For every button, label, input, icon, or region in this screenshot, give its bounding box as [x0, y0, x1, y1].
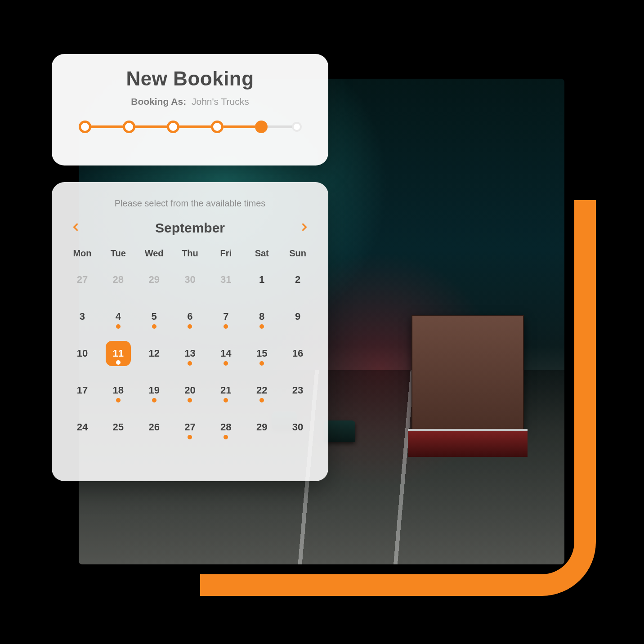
- step-dot-5-current[interactable]: [255, 121, 268, 133]
- calendar-day[interactable]: 30: [280, 413, 316, 441]
- availability-dot-icon: [224, 435, 228, 439]
- availability-dot-icon: [188, 324, 192, 329]
- calendar-day-other-month[interactable]: 28: [100, 266, 136, 294]
- step-segment: [91, 125, 123, 128]
- calendar-month-label: September: [155, 220, 225, 236]
- calendar-day[interactable]: 29: [244, 413, 280, 441]
- calendar-day[interactable]: 2: [280, 266, 316, 294]
- chevron-left-icon: [71, 222, 80, 234]
- car-silhouette: [324, 420, 355, 442]
- calendar-day-other-month[interactable]: 31: [208, 266, 244, 294]
- calendar-day[interactable]: 27: [172, 413, 208, 441]
- booking-as-label: Booking As:: [131, 96, 186, 107]
- step-dot-4[interactable]: [211, 121, 224, 133]
- step-segment: [224, 125, 255, 128]
- calendar-day[interactable]: 22: [244, 376, 280, 404]
- weekday-header: Fri: [208, 244, 244, 266]
- step-dot-2[interactable]: [123, 121, 135, 133]
- calendar-month-nav: September: [68, 220, 312, 236]
- weekday-header: Thu: [172, 244, 208, 266]
- availability-dot-icon: [152, 324, 157, 329]
- calendar-day[interactable]: 25: [100, 413, 136, 441]
- calendar-day[interactable]: 8: [244, 303, 280, 331]
- availability-dot-icon: [188, 398, 192, 402]
- calendar-day[interactable]: 20: [172, 376, 208, 404]
- calendar-day[interactable]: 6: [172, 303, 208, 331]
- weekday-header: Sun: [280, 244, 316, 266]
- calendar-day[interactable]: 14: [208, 340, 244, 367]
- calendar-card: Please select from the available times S…: [52, 182, 328, 481]
- availability-dot-icon: [188, 361, 192, 366]
- calendar-day[interactable]: 1: [244, 266, 280, 294]
- step-segment: [135, 125, 167, 128]
- calendar-hint: Please select from the available times: [64, 198, 316, 209]
- calendar-day[interactable]: 7: [208, 303, 244, 331]
- availability-dot-icon: [116, 360, 121, 365]
- calendar-day-other-month[interactable]: 29: [136, 266, 172, 294]
- weekday-header: Wed: [136, 244, 172, 266]
- calendar-day[interactable]: 15: [244, 340, 280, 367]
- booking-title: New Booking: [70, 67, 310, 90]
- calendar-day[interactable]: 17: [64, 376, 100, 404]
- calendar-day[interactable]: 23: [280, 376, 316, 404]
- step-segment-future: [268, 125, 292, 128]
- calendar-day[interactable]: 26: [136, 413, 172, 441]
- calendar-day[interactable]: 4: [100, 303, 136, 331]
- truck-silhouette: [411, 315, 524, 432]
- weekday-header: Mon: [64, 244, 100, 266]
- calendar-day[interactable]: 28: [208, 413, 244, 441]
- availability-dot-icon: [259, 398, 264, 402]
- booking-as-line: Booking As: John's Trucks: [70, 96, 310, 107]
- calendar-day[interactable]: 5: [136, 303, 172, 331]
- calendar-day[interactable]: 21: [208, 376, 244, 404]
- availability-dot-icon: [224, 398, 228, 402]
- availability-dot-icon: [188, 435, 192, 439]
- calendar-day[interactable]: 12: [136, 340, 172, 367]
- weekday-header-row: Mon Tue Wed Thu Fri Sat Sun: [64, 244, 316, 266]
- booking-as-value: John's Trucks: [192, 96, 249, 107]
- calendar-day[interactable]: 19: [136, 376, 172, 404]
- calendar-day-other-month[interactable]: 30: [172, 266, 208, 294]
- availability-dot-icon: [259, 324, 264, 329]
- prev-month-button[interactable]: [68, 220, 83, 236]
- availability-dot-icon: [152, 398, 157, 402]
- availability-dot-icon: [224, 324, 228, 329]
- availability-dot-icon: [224, 361, 228, 366]
- calendar-day[interactable]: 10: [64, 340, 100, 367]
- next-month-button[interactable]: [297, 220, 312, 236]
- weekday-header: Tue: [100, 244, 136, 266]
- availability-dot-icon: [116, 324, 121, 329]
- weekday-header: Sat: [244, 244, 280, 266]
- availability-dot-icon: [259, 361, 264, 366]
- calendar-day[interactable]: 3: [64, 303, 100, 331]
- calendar-grid: 2728293031123456789101112131415161718192…: [64, 266, 316, 441]
- calendar-day[interactable]: 24: [64, 413, 100, 441]
- step-dot-1[interactable]: [79, 121, 91, 133]
- step-segment: [179, 125, 211, 128]
- availability-dot-icon: [116, 398, 121, 402]
- booking-header-card: New Booking Booking As: John's Trucks: [52, 54, 328, 165]
- step-dot-6[interactable]: [292, 122, 302, 132]
- calendar-day[interactable]: 9: [280, 303, 316, 331]
- step-dot-3[interactable]: [167, 121, 179, 133]
- calendar-day-selected[interactable]: 11: [106, 341, 131, 366]
- calendar-day[interactable]: 16: [280, 340, 316, 367]
- progress-stepper: [70, 121, 310, 133]
- calendar-day[interactable]: 18: [100, 376, 136, 404]
- calendar-day-other-month[interactable]: 27: [64, 266, 100, 294]
- calendar-day[interactable]: 13: [172, 340, 208, 367]
- chevron-right-icon: [300, 222, 309, 234]
